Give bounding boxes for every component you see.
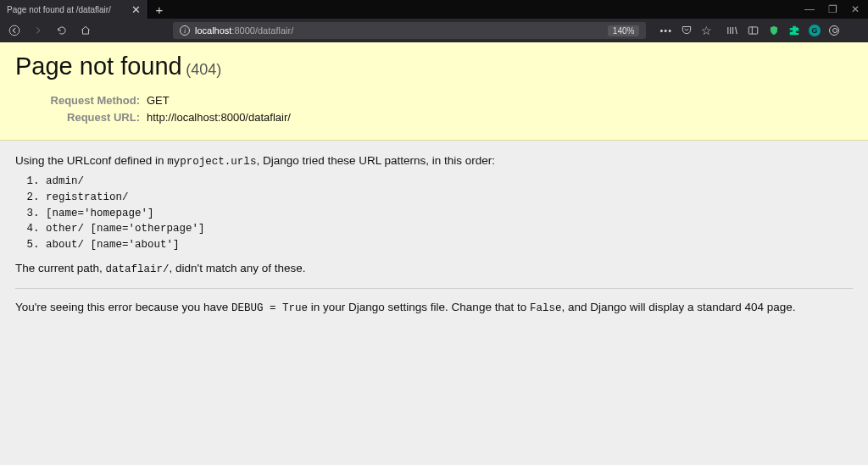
close-window-button[interactable]: ✕ — [851, 3, 860, 15]
url-pattern-item: admin/ — [46, 174, 853, 190]
nomatch-path: dataflair/ — [106, 263, 170, 275]
request-method-value: GET — [147, 92, 170, 109]
url-pattern-item: [name='homepage'] — [46, 206, 853, 222]
url-pattern-item: other/ [name='otherpage'] — [46, 221, 853, 237]
request-url-row: Request URL: http://localhost:8000/dataf… — [15, 109, 853, 126]
page-viewport[interactable]: Page not found (404) Request Method: GET… — [0, 42, 868, 465]
hamburger-menu-button[interactable] — [848, 27, 860, 35]
nav-bar: i localhost:8000/dataflair/ 140% ••• ☆ — [0, 19, 868, 42]
home-icon — [80, 25, 92, 36]
library-svg-icon — [726, 25, 738, 36]
intro-text-b: , Django tried these URL patterns, in th… — [256, 154, 495, 167]
error-body: Using the URLconf defined in myproject.u… — [0, 141, 868, 335]
url-text: localhost:8000/dataflair/ — [195, 25, 603, 36]
request-method-label: Request Method: — [15, 92, 147, 109]
page-actions-icon[interactable]: ••• — [659, 25, 672, 36]
grammarly-icon[interactable]: G — [809, 25, 821, 36]
request-url-value: http://localhost:8000/dataflair/ — [147, 109, 291, 126]
request-meta: Request Method: GET Request URL: http://… — [15, 92, 853, 126]
error-summary: Page not found (404) Request Method: GET… — [0, 42, 868, 141]
address-actions: ••• ☆ — [654, 24, 717, 38]
pocket-icon[interactable] — [681, 24, 693, 38]
sidebar-svg-icon — [747, 25, 760, 36]
extension-icon[interactable] — [788, 25, 800, 36]
request-url-label: Request URL: — [15, 109, 147, 126]
close-tab-icon[interactable]: ✕ — [131, 4, 141, 15]
no-match-line: The current path, dataflair/, didn't mat… — [15, 260, 853, 278]
hamburger-icon — [848, 27, 860, 35]
tab-title: Page not found at /dataflair/ — [7, 5, 125, 14]
new-tab-button[interactable]: + — [148, 0, 170, 19]
puzzle-svg-icon — [788, 25, 800, 36]
nomatch-text-a: The current path, — [15, 262, 106, 274]
zoom-badge[interactable]: 140% — [608, 25, 640, 36]
window-controls: — ❐ ✕ — [796, 0, 868, 19]
nomatch-text-b: , didn't match any of these. — [170, 262, 306, 274]
url-bar[interactable]: i localhost:8000/dataflair/ 140% — [173, 22, 646, 39]
reload-button[interactable] — [54, 23, 70, 38]
urlconf-module: myproject.urls — [167, 156, 256, 168]
browser-tab[interactable]: Page not found at /dataflair/ ✕ — [0, 0, 148, 19]
library-icon[interactable] — [726, 25, 738, 36]
forward-icon — [32, 25, 44, 36]
shield-svg-icon — [768, 25, 780, 36]
url-pattern-item: registration/ — [46, 190, 853, 206]
minimize-button[interactable]: — — [804, 3, 815, 15]
request-method-row: Request Method: GET — [15, 92, 853, 109]
debug-explanation-text: You're seeing this error because you hav… — [15, 299, 853, 317]
explain-false: False — [530, 302, 562, 314]
url-host: localhost — [195, 25, 231, 36]
explain-b: in your Django settings file. Change tha… — [308, 301, 530, 313]
site-info-icon[interactable]: i — [180, 25, 190, 36]
explain-a: You're seeing this error because you hav… — [15, 301, 231, 313]
shield-icon[interactable] — [768, 25, 780, 36]
explain-c: , and Django will display a standard 404… — [561, 301, 795, 313]
toolbar-right: G — [726, 25, 861, 36]
page-title: Page not found — [15, 53, 182, 80]
tab-bar: Page not found at /dataflair/ ✕ + — ❐ ✕ — [0, 0, 868, 19]
svg-point-0 — [9, 25, 19, 36]
account-icon[interactable] — [829, 25, 839, 36]
maximize-button[interactable]: ❐ — [828, 3, 837, 15]
forward-button[interactable] — [31, 23, 46, 38]
intro-text-a: Using the URLconf defined in — [15, 154, 167, 167]
bookmark-star-icon[interactable]: ☆ — [701, 24, 712, 37]
reload-icon — [56, 25, 68, 36]
status-code: (404) — [186, 61, 221, 78]
svg-rect-1 — [748, 27, 758, 34]
home-button[interactable] — [78, 23, 93, 38]
pocket-svg-icon — [681, 24, 693, 36]
tab-bar-spacer — [170, 0, 796, 19]
back-icon — [8, 25, 20, 36]
url-pattern-item: about/ [name='about'] — [46, 237, 853, 253]
avatar-svg-icon — [829, 25, 839, 36]
explain-debug: DEBUG = True — [231, 302, 308, 314]
debug-explanation: You're seeing this error because you hav… — [15, 288, 853, 317]
back-button[interactable] — [7, 23, 22, 38]
url-pattern-list: admin/registration/[name='homepage']othe… — [46, 174, 853, 253]
url-rest: :8000/dataflair/ — [231, 25, 293, 36]
sidebar-toggle-icon[interactable] — [747, 25, 760, 36]
url-patterns-intro: Using the URLconf defined in myproject.u… — [15, 152, 853, 170]
